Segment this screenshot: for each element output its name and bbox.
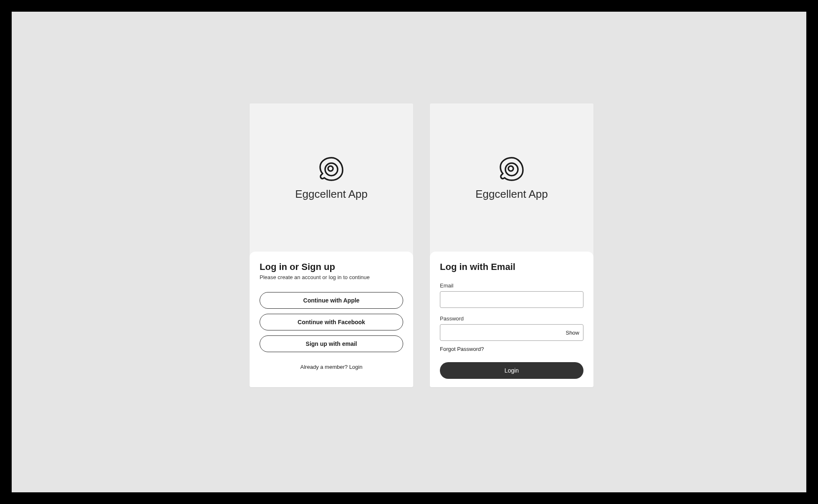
signup-email-button[interactable]: Sign up with email bbox=[260, 335, 403, 352]
email-label: Email bbox=[440, 282, 583, 289]
login-link[interactable]: Login bbox=[349, 364, 363, 370]
egg-logo-icon bbox=[317, 154, 346, 184]
svg-point-0 bbox=[325, 163, 338, 176]
logo-section: Eggcellent App bbox=[430, 103, 593, 252]
password-label: Password bbox=[440, 315, 583, 322]
password-input[interactable] bbox=[440, 324, 583, 341]
signup-card: Log in or Sign up Please create an accou… bbox=[250, 252, 413, 387]
signup-screen: Eggcellent App Log in or Sign up Please … bbox=[250, 103, 413, 387]
login-screen: Eggcellent App Log in with Email Email P… bbox=[430, 103, 593, 387]
email-input[interactable] bbox=[440, 291, 583, 308]
app-name: Eggcellent App bbox=[295, 188, 367, 201]
svg-point-3 bbox=[508, 166, 513, 171]
screens-container: Eggcellent App Log in or Sign up Please … bbox=[250, 103, 593, 387]
forgot-password-link[interactable]: Forgot Password? bbox=[440, 346, 583, 352]
svg-point-1 bbox=[328, 166, 333, 171]
signup-title: Log in or Sign up bbox=[260, 262, 403, 272]
app-name: Eggcellent App bbox=[475, 188, 548, 201]
password-wrapper: Show bbox=[440, 324, 583, 341]
member-prompt: Already a member? Login bbox=[260, 364, 403, 370]
design-canvas: Eggcellent App Log in or Sign up Please … bbox=[12, 12, 806, 492]
svg-point-2 bbox=[505, 163, 518, 176]
egg-logo-icon bbox=[497, 154, 526, 184]
continue-apple-button[interactable]: Continue with Apple bbox=[260, 292, 403, 309]
logo-section: Eggcellent App bbox=[250, 103, 413, 252]
signup-subtitle: Please create an account or log in to co… bbox=[260, 274, 403, 280]
member-prompt-text: Already a member? bbox=[300, 364, 349, 370]
outer-frame: Eggcellent App Log in or Sign up Please … bbox=[0, 0, 818, 504]
continue-facebook-button[interactable]: Continue with Facebook bbox=[260, 314, 403, 330]
login-title: Log in with Email bbox=[440, 262, 583, 272]
show-password-toggle[interactable]: Show bbox=[566, 330, 579, 336]
login-button[interactable]: Login bbox=[440, 362, 583, 379]
login-card: Log in with Email Email Password Show Fo… bbox=[430, 252, 593, 387]
